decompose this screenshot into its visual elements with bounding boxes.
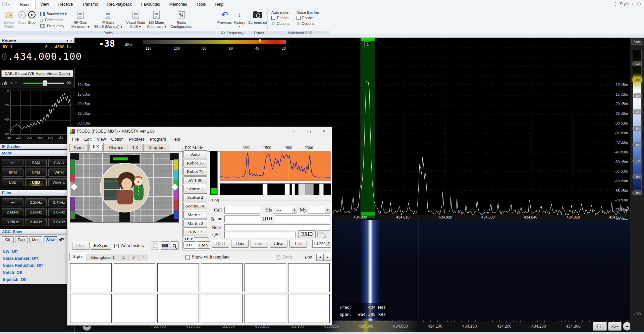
- range-handle[interactable]: -70: [632, 158, 642, 163]
- agc-button[interactable]: Med: [29, 236, 42, 243]
- if-gain-button[interactable]: IF Gain-55 dB (Manual) ▾: [90, 9, 125, 30]
- start-button[interactable]: ▶Start: [17, 9, 27, 26]
- stock-picture-cell[interactable]: [201, 294, 243, 323]
- stock-picture-cell[interactable]: [70, 294, 112, 323]
- ribbon-tab[interactable]: View: [36, 1, 54, 9]
- dsp-status-line[interactable]: Squelch: Off: [3, 277, 43, 282]
- rx-mode-button[interactable]: Scottie 2: [183, 193, 207, 201]
- dsp-status-line[interactable]: Noise Blanker: Off: [3, 256, 43, 261]
- main-tab[interactable]: History: [104, 144, 127, 151]
- noise-blanker-options-button[interactable]: ⚙Options: [297, 21, 321, 26]
- note-input[interactable]: [224, 224, 330, 231]
- menu-item[interactable]: Edit: [82, 136, 94, 143]
- select-radio-button[interactable]: Select Radio: [1, 9, 17, 30]
- stock-picture-cell[interactable]: [114, 263, 155, 292]
- filter-button[interactable]: 3.4kHz: [25, 218, 47, 226]
- image-tool-button[interactable]: [161, 241, 169, 250]
- dsp-status-line[interactable]: Noise Reduction: Off: [3, 263, 43, 268]
- ribbon-tab[interactable]: Receive: [54, 1, 77, 9]
- main-tab[interactable]: Sync: [69, 144, 88, 151]
- if-display-header[interactable]: IF Display: [0, 144, 74, 149]
- auto-range-button[interactable]: Auto: [631, 39, 643, 45]
- abc-spellcheck-button[interactable]: ABC: [317, 230, 330, 238]
- menu-item[interactable]: PRofiles: [126, 136, 147, 143]
- rx-mode-button[interactable]: B/W 12: [183, 228, 207, 236]
- page-next-button[interactable]: ►: [324, 254, 331, 261]
- agc-button[interactable]: Slow: [44, 236, 57, 243]
- ribbon-tab[interactable]: Memories: [165, 1, 192, 9]
- lo-mode-button[interactable]: LO ModeAutomatic ▾: [146, 9, 167, 30]
- name-input[interactable]: [224, 216, 260, 222]
- menu-item[interactable]: File: [69, 136, 82, 143]
- ribbon-tab[interactable]: Rec/Playback: [102, 1, 136, 9]
- log-action-button[interactable]: List: [289, 240, 307, 248]
- frequency-entry-button[interactable]: [593, 322, 607, 331]
- ribbon-tab[interactable]: Transmit: [77, 1, 102, 9]
- rf-gain-button[interactable]: RF GainMinimum ▾: [70, 9, 90, 30]
- stock-picture-cell[interactable]: [157, 294, 199, 323]
- mode-button[interactable]: WFM: [48, 169, 70, 177]
- his-combo[interactable]: 595▼: [273, 207, 297, 213]
- minimize-button[interactable]: –: [286, 127, 302, 136]
- rx-mode-button[interactable]: AVT 90: [183, 176, 207, 184]
- log-action-button[interactable]: Data: [231, 240, 249, 248]
- tuned-frequency-display[interactable]: 0.434.000.100: [1, 51, 82, 62]
- rx-mode-button[interactable]: Robot 72: [183, 168, 207, 176]
- close-icon[interactable]: ×: [70, 39, 72, 43]
- range-handle[interactable]: -40: [632, 109, 642, 114]
- stock-tab[interactable]: 2: [119, 254, 128, 261]
- filter-header[interactable]: Filter: [0, 190, 74, 196]
- rx-mode-button[interactable]: Robot 36: [183, 159, 207, 167]
- magnify-button[interactable]: [170, 241, 179, 250]
- receive-panel-header[interactable]: Receive ▾ ×: [0, 38, 74, 43]
- auto-history-checkbox[interactable]: Auto history: [114, 243, 144, 248]
- filter-button[interactable]: •••: [2, 198, 23, 206]
- agc-header[interactable]: AGC: Slow: [0, 229, 74, 235]
- mode-button[interactable]: CW-U: [48, 159, 70, 167]
- clear-image-button[interactable]: Clear: [72, 242, 90, 250]
- collapse-ribbon-icon[interactable]: ⌃⌄: [614, 2, 616, 6]
- mode-button[interactable]: Wide-U: [48, 178, 70, 186]
- stock-picture-cell[interactable]: [70, 263, 112, 292]
- menu-item[interactable]: Help: [169, 136, 183, 143]
- auto-mute-enable-checkbox[interactable]: Enable: [271, 16, 289, 20]
- noise-blanker-enable-checkbox[interactable]: Enable: [297, 16, 321, 20]
- mode-header[interactable]: Mode: [0, 150, 74, 156]
- range-handle[interactable]: -50: [632, 126, 642, 131]
- style-button[interactable]: Style: [620, 2, 629, 6]
- chevron-down-icon[interactable]: ▼: [292, 207, 297, 213]
- mmsstv-titlebar[interactable]: F5OEO (F5OEO.MDT) - MMSSTV Ver 1.08 – □ …: [67, 127, 332, 136]
- menu-item[interactable]: View: [94, 136, 109, 143]
- filter-button[interactable]: 2.6kHz: [2, 208, 23, 216]
- mode-button[interactable]: SAM: [25, 159, 47, 167]
- main-tab[interactable]: TX: [128, 144, 143, 151]
- levels-icon[interactable]: [2, 81, 8, 85]
- rx-mode-button[interactable]: ScottieDX: [183, 202, 207, 210]
- stock-tab[interactable]: 3: [129, 254, 139, 261]
- volume-slider[interactable]: [23, 83, 64, 84]
- speaker-icon[interactable]: [10, 80, 17, 86]
- stock-picture-cell[interactable]: [245, 263, 286, 292]
- stock-picture-cell[interactable]: [288, 294, 330, 323]
- zoom-button[interactable]: x5▸: [608, 322, 622, 331]
- quick-access-toolbar[interactable]: ▾: [2, 1, 13, 7]
- screenshot-button[interactable]: Screenshot: [247, 9, 268, 26]
- stock-tab[interactable]: 4: [139, 254, 148, 261]
- log-action-button[interactable]: QSO: [212, 240, 229, 248]
- agc-button[interactable]: Fast: [15, 236, 28, 243]
- log-frequency-combo[interactable]: 14.230▼: [312, 240, 331, 248]
- stock-picture-cell[interactable]: [288, 263, 330, 292]
- main-tab[interactable]: RX: [88, 143, 104, 151]
- chevron-down-icon[interactable]: ▾: [632, 3, 634, 6]
- stock-tab[interactable]: S.templates 1: [87, 254, 118, 261]
- filter-button[interactable]: 2.2kHz: [25, 198, 47, 206]
- stock-picture-cell[interactable]: [245, 294, 286, 323]
- chevron-down-icon[interactable]: ▼: [325, 207, 330, 213]
- maximize-button[interactable]: □: [302, 127, 317, 136]
- frequency-button[interactable]: Frequency: [40, 23, 67, 29]
- close-button[interactable]: ×: [317, 127, 332, 136]
- filter-button[interactable]: 3.0kHz: [48, 208, 70, 216]
- dsp-status-line[interactable]: Notch: Off: [3, 270, 43, 275]
- filter-button[interactable]: 3.6kHz: [48, 218, 70, 226]
- rx-mode-button[interactable]: Martin 2: [183, 220, 207, 228]
